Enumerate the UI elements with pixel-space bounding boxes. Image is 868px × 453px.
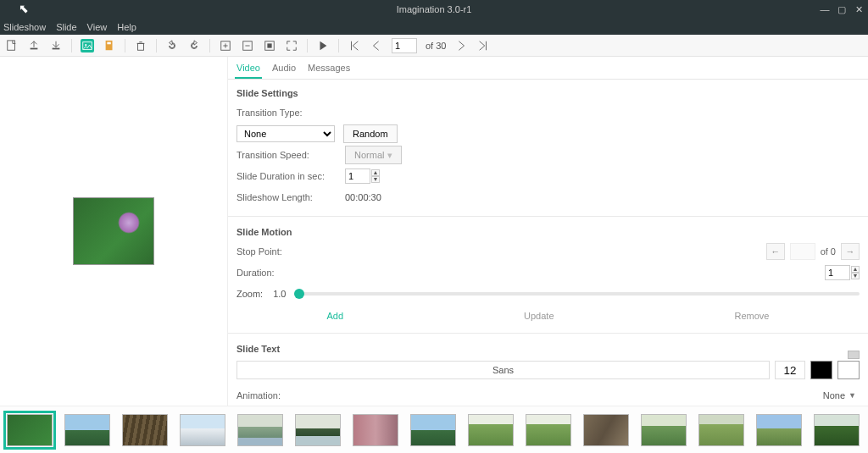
fullscreen-icon[interactable] [285, 39, 298, 52]
page-number-input[interactable] [392, 38, 417, 53]
minimize-button[interactable]: — [819, 4, 831, 15]
thumbnail[interactable] [353, 414, 398, 446]
tab-video[interactable]: Video [235, 60, 262, 79]
thumbnail[interactable] [295, 414, 341, 446]
motion-add-button[interactable]: Add [326, 311, 343, 321]
page-total-label: of 30 [426, 41, 446, 51]
properties-panel: Video Audio Messages Slide Settings Tran… [227, 57, 868, 406]
zoom-label: Zoom: [236, 289, 263, 299]
menu-view[interactable]: View [87, 22, 108, 32]
slide-motion-title: Slide Motion [236, 227, 860, 237]
menu-slide[interactable]: Slide [56, 22, 76, 32]
random-button[interactable]: Random [343, 124, 398, 143]
new-slideshow-icon[interactable] [5, 39, 19, 52]
thumbnail[interactable] [698, 414, 744, 446]
rotate-left-icon[interactable] [165, 39, 179, 52]
slide-preview-image[interactable] [73, 197, 154, 265]
zoom-slider-thumb[interactable] [294, 289, 304, 299]
tab-messages[interactable]: Messages [306, 60, 352, 79]
stop-point-of: of 0 [821, 246, 836, 257]
thumbnail[interactable] [814, 414, 860, 446]
slide-settings-section: Slide Settings Transition Type: None Ran… [228, 80, 868, 214]
save-icon[interactable] [49, 39, 63, 52]
menu-bar: Slideshow Slide View Help [0, 19, 868, 35]
animation-label: Animation: [236, 390, 345, 401]
text-bg-color-swatch[interactable] [837, 361, 860, 379]
motion-duration-label: Duration: [236, 268, 345, 278]
transition-type-label: Transition Type: [236, 108, 345, 118]
thumbnail[interactable] [410, 414, 456, 446]
import-audio-icon[interactable] [103, 39, 116, 52]
menu-help[interactable]: Help [117, 22, 136, 32]
slideshow-length-label: Slideshow Length: [236, 192, 345, 202]
thumbnail[interactable] [756, 414, 802, 446]
slide-text-section: Slide Text [228, 335, 868, 361]
slide-duration-spinner[interactable]: ▲▼ [345, 168, 380, 184]
goto-next-icon[interactable] [454, 39, 468, 52]
zoom-fit-icon[interactable] [263, 39, 276, 52]
title-bar: ⬉ Imagination 3.0-r1 — ▢ ✕ [0, 0, 868, 19]
motion-remove-button[interactable]: Remove [735, 311, 770, 321]
goto-last-icon[interactable] [476, 39, 490, 52]
slide-motion-section: Slide Motion Stop Point: ← of 0 → Durati… [228, 218, 868, 331]
stop-point-next-icon[interactable]: → [841, 243, 860, 260]
svg-rect-1 [31, 47, 38, 49]
stop-point-value [790, 243, 815, 260]
thumbnail[interactable] [122, 414, 168, 446]
svg-rect-5 [106, 40, 113, 49]
delete-icon[interactable] [134, 39, 147, 52]
window-controls: — ▢ ✕ [819, 4, 865, 15]
transition-speed-select[interactable]: Normal ▾ [345, 146, 402, 164]
thumbnail[interactable] [180, 414, 225, 446]
thumbnail[interactable] [468, 414, 514, 446]
spin-up-icon[interactable]: ▲ [371, 169, 380, 176]
svg-rect-7 [138, 43, 144, 50]
rotate-right-icon[interactable] [187, 39, 201, 52]
slideshow-length-value: 00:00:30 [345, 192, 381, 202]
zoom-out-icon[interactable] [241, 39, 254, 52]
goto-first-icon[interactable] [348, 39, 361, 52]
svg-rect-0 [8, 40, 15, 49]
toolbar: of 30 [0, 35, 868, 57]
thumbnail[interactable] [526, 414, 571, 446]
text-color-swatch[interactable] [810, 361, 832, 379]
transition-speed-label: Transition Speed: [236, 150, 345, 160]
preview-pane [0, 57, 227, 406]
menu-slideshow[interactable]: Slideshow [3, 22, 46, 32]
maximize-button[interactable]: ▢ [836, 4, 848, 15]
motion-update-button[interactable]: Update [524, 311, 554, 321]
slide-settings-title: Slide Settings [236, 88, 860, 98]
spin-down-icon[interactable]: ▼ [371, 176, 380, 183]
property-tabs: Video Audio Messages [228, 57, 868, 80]
font-family-select[interactable]: Sans [236, 361, 770, 379]
zoom-slider[interactable] [294, 292, 860, 296]
thumbnail[interactable] [237, 414, 283, 446]
zoom-in-icon[interactable] [219, 39, 232, 52]
open-icon[interactable] [27, 39, 41, 52]
thumbnail[interactable] [641, 414, 687, 446]
svg-point-4 [85, 44, 86, 46]
tab-audio[interactable]: Audio [270, 60, 298, 79]
thumbnail[interactable] [7, 414, 53, 446]
stop-point-label: Stop Point: [236, 246, 345, 257]
thumbnail[interactable] [64, 414, 110, 446]
svg-rect-2 [53, 47, 60, 49]
svg-rect-11 [267, 43, 271, 47]
stop-point-prev-icon[interactable]: ← [766, 243, 785, 260]
text-scrollbar-thumb[interactable] [848, 351, 860, 359]
font-size-input[interactable] [775, 361, 805, 379]
slide-text-title: Slide Text [236, 344, 860, 354]
thumbnail[interactable] [583, 414, 629, 446]
close-button[interactable]: ✕ [853, 4, 865, 15]
import-image-icon[interactable] [81, 39, 94, 52]
animation-select[interactable]: None▼ [823, 390, 860, 401]
zoom-value: 1.0 [273, 289, 286, 299]
slide-duration-label: Slide Duration in sec: [236, 171, 345, 181]
cursor-icon: ⬉ [19, 2, 29, 15]
goto-prev-icon[interactable] [370, 39, 383, 52]
motion-duration-spinner[interactable]: ▲▼ [825, 265, 860, 280]
svg-rect-6 [107, 41, 110, 44]
window-title: Imagination 3.0-r1 [397, 4, 472, 14]
play-icon[interactable] [316, 39, 330, 52]
transition-type-select[interactable]: None [236, 125, 335, 142]
